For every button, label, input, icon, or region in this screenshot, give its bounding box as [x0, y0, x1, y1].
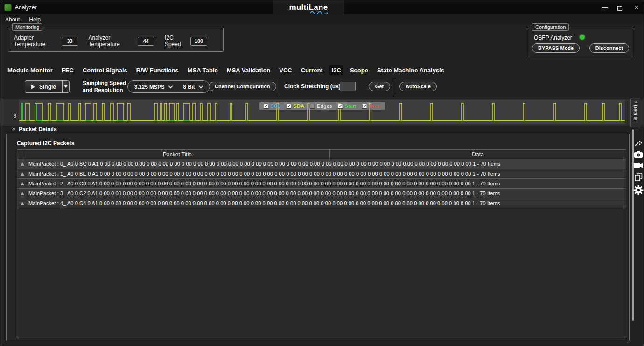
legend-checkbox-stop[interactable]	[362, 104, 367, 109]
packet-row-text: MainPacket : 3_ A0 0 C2 0 A1 0 00 0 00 0…	[28, 191, 500, 196]
packet-row-text: MainPacket : 1_ A0 0 BE 0 A1 0 00 0 00 0…	[28, 171, 500, 177]
play-icon	[31, 85, 35, 89]
row-expander-icon[interactable]	[21, 172, 24, 176]
resolution-select[interactable]: 8 Bit	[183, 84, 203, 90]
legend-item-sda[interactable]: SDA	[287, 103, 304, 109]
brand-logo: multiLane	[273, 0, 344, 14]
restore-icon[interactable]	[617, 5, 624, 10]
tab-i2c[interactable]: I2C	[329, 65, 343, 75]
toolbar-separator	[280, 79, 280, 96]
legend-checkbox-sda[interactable]	[287, 104, 292, 109]
packet-details-header[interactable]: « Packet Details	[12, 126, 57, 133]
legend-label-start: Start	[345, 103, 357, 109]
tab-msa-validation[interactable]: MSA Validation	[224, 65, 273, 75]
waveform-plot[interactable]: SCLSDAEdgesStartStop	[19, 100, 625, 124]
packet-details-title: Packet Details	[19, 126, 56, 133]
waveform-legend: SCLSDAEdgesStartStop	[259, 102, 385, 110]
speed-select[interactable]: 3.125 MSPS	[134, 84, 172, 90]
analyzer-window: Analyzer multiLane — × About Help Monito…	[0, 0, 644, 346]
acquisition-toolbar: Single Sampling Speed and Resolution 3.1…	[0, 78, 644, 98]
expander-column-header[interactable]	[17, 150, 25, 159]
packet-title-column-header[interactable]: Packet Title	[25, 150, 330, 159]
autoscale-button[interactable]: AutoScale	[399, 82, 437, 91]
row-expander-icon[interactable]	[21, 192, 24, 195]
configuration-group: Configuration OSFP Analyzer BYPASS Mode …	[528, 28, 633, 56]
adapter-temperature-input[interactable]	[62, 37, 78, 46]
packet-table: Packet Title Data MainPacket : 0_ A0 0 B…	[17, 149, 626, 338]
sampling-label: Sampling Speed and Resolution	[83, 80, 126, 94]
chevron-down-icon	[198, 84, 203, 88]
legend-label-edges: Edges	[317, 103, 332, 109]
video-camera-icon[interactable]	[634, 162, 643, 169]
packet-table-header: Packet Title Data	[17, 150, 626, 159]
waveform-band: 3 SCLSDAEdgesStartStop	[0, 99, 644, 126]
get-button[interactable]: Get	[369, 82, 390, 91]
tab-module-monitor[interactable]: Module Monitor	[5, 65, 55, 75]
packet-row[interactable]: MainPacket : 3_ A0 0 C2 0 A1 0 00 0 00 0…	[17, 189, 626, 198]
analyzer-temperature-label: Analyzer Temperature	[89, 35, 134, 48]
window-title: Analyzer	[15, 4, 37, 11]
adapter-temperature-label: Adapter Temperature	[14, 35, 58, 48]
legend-item-start[interactable]: Start	[338, 103, 357, 109]
tab-vcc[interactable]: VCC	[277, 65, 294, 75]
monitoring-fields: Adapter TemperatureAnalyzer TemperatureI…	[8, 28, 223, 51]
collapse-chevrons-icon[interactable]: «	[11, 127, 16, 131]
legend-item-stop[interactable]: Stop	[362, 103, 380, 109]
row-expander-icon[interactable]	[21, 162, 24, 166]
packet-row-text: MainPacket : 0_ A0 0 BC 0 A1 0 00 0 00 0…	[28, 161, 501, 167]
annotate-icon[interactable]	[634, 140, 643, 147]
legend-label-stop: Stop	[369, 103, 380, 109]
packet-row[interactable]: MainPacket : 0_ A0 0 BC 0 A1 0 00 0 00 0…	[17, 159, 626, 169]
run-single-button[interactable]: Single	[25, 80, 70, 93]
tab-scope[interactable]: Scope	[348, 65, 371, 75]
waveform-channel-label: 3	[14, 113, 16, 119]
monitoring-group-title: Monitoring	[12, 23, 42, 31]
menu-help[interactable]: Help	[29, 16, 41, 23]
run-mode-label: Single	[39, 84, 56, 90]
packet-row[interactable]: MainPacket : 4_ A0 0 C4 0 A1 0 00 0 00 0…	[17, 198, 626, 208]
clock-stretching-label: Clock Stretching (us)	[284, 83, 341, 90]
menu-about[interactable]: About	[5, 16, 20, 23]
close-icon[interactable]: ×	[633, 4, 640, 11]
tab-fec[interactable]: FEC	[59, 65, 76, 75]
legend-checkbox-scl[interactable]	[264, 104, 269, 109]
toolbar-separator	[395, 79, 395, 96]
details-panel-label: Details	[633, 105, 638, 120]
i2c-speed-input[interactable]	[190, 37, 207, 46]
tab-state-machine-analysis[interactable]: State Machine Analysis	[375, 65, 447, 75]
legend-item-edges[interactable]: Edges	[310, 103, 332, 109]
tab-control-signals[interactable]: Control Signals	[80, 65, 130, 75]
tab-r-w-functions[interactable]: R/W Functions	[134, 65, 181, 75]
data-column-header[interactable]: Data	[330, 150, 626, 159]
connection-status-dot	[580, 35, 585, 40]
row-expander-icon[interactable]	[21, 202, 24, 205]
tab-msa-table[interactable]: MSA Table	[185, 65, 220, 75]
packet-details-group: Captured I2C Packets Packet Title Data M…	[6, 134, 630, 341]
camera-icon[interactable]	[634, 150, 643, 158]
legend-item-scl[interactable]: SCL	[264, 103, 281, 109]
details-panel-tab[interactable]: « Details	[630, 98, 640, 127]
tab-bar: Module MonitorFECControl SignalsR/W Func…	[5, 65, 447, 75]
gear-icon[interactable]	[633, 185, 644, 195]
packet-row-text: MainPacket : 2_ A0 0 C0 0 A1 0 00 0 00 0…	[28, 181, 500, 186]
legend-checkbox-edges[interactable]	[310, 104, 315, 109]
monitoring-group: Monitoring Adapter TemperatureAnalyzer T…	[8, 28, 224, 52]
bypass-mode-button[interactable]: BYPASS Mode	[532, 43, 580, 53]
i2c-speed-label: I2C Speed	[165, 35, 187, 48]
packet-row[interactable]: MainPacket : 2_ A0 0 C0 0 A1 0 00 0 00 0…	[17, 179, 626, 189]
channel-configuration-button[interactable]: Channel Configuration	[209, 82, 276, 91]
clock-stretching-input[interactable]	[340, 82, 356, 91]
captured-packets-label: Captured I2C Packets	[17, 140, 74, 147]
tab-current[interactable]: Current	[299, 65, 325, 75]
sampling-dropdown-group: 3.125 MSPS 8 Bit	[127, 80, 210, 93]
disconnect-button[interactable]: Disconnect	[589, 43, 629, 53]
legend-checkbox-start[interactable]	[338, 104, 343, 109]
row-expander-icon[interactable]	[21, 182, 24, 185]
run-mode-dropdown[interactable]	[62, 81, 69, 92]
analyzer-temperature-input[interactable]	[138, 37, 154, 46]
minimize-icon[interactable]: —	[602, 4, 608, 11]
packet-row[interactable]: MainPacket : 1_ A0 0 BE 0 A1 0 00 0 00 0…	[17, 169, 626, 179]
expand-panel-icon[interactable]: «	[634, 99, 637, 104]
title-bar: Analyzer multiLane — ×	[0, 0, 644, 14]
copy-icon[interactable]	[635, 173, 643, 181]
